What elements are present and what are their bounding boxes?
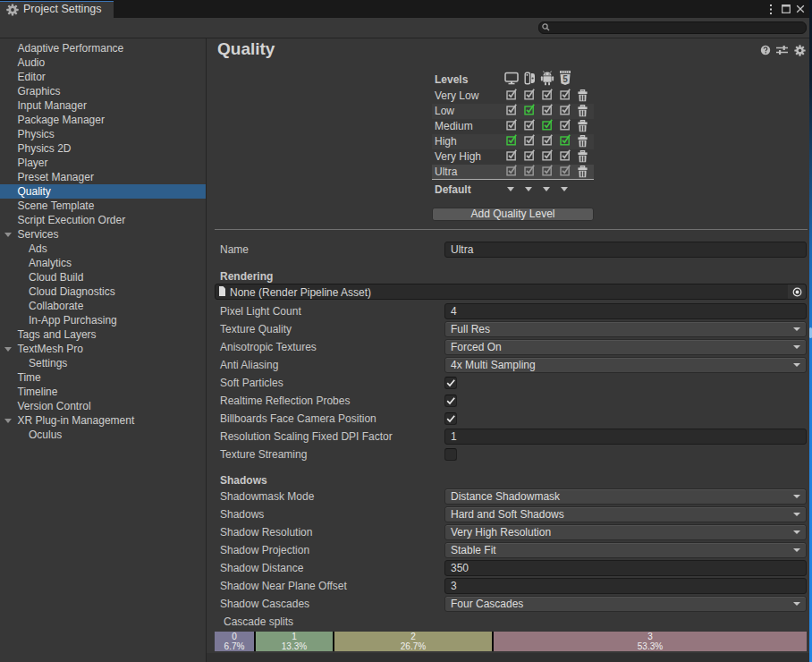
- svg-text:5: 5: [562, 74, 568, 84]
